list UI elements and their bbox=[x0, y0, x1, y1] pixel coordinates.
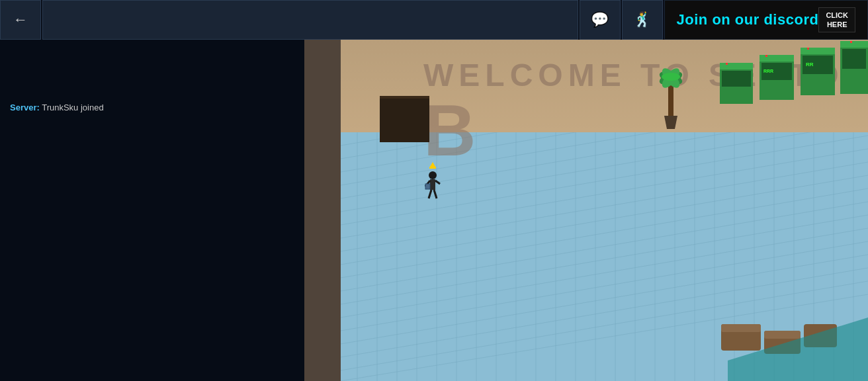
svg-rect-65 bbox=[760, 55, 794, 62]
svg-rect-68 bbox=[765, 55, 767, 57]
discord-banner: Join on our discord CLICKHERE bbox=[664, 0, 868, 40]
svg-rect-87 bbox=[429, 167, 436, 169]
svg-rect-70 bbox=[720, 63, 753, 69]
discord-join-text: Join on our discord bbox=[677, 11, 819, 28]
svg-rect-63 bbox=[807, 48, 809, 50]
server-message: Server: TrunkSku joined bbox=[10, 103, 104, 112]
top-bar: ← 💬 🕺 Join on our discord CLICKHERE bbox=[0, 0, 868, 40]
svg-rect-53 bbox=[380, 96, 429, 99]
svg-text:B: B bbox=[423, 89, 477, 171]
emote-button[interactable]: 🕺 bbox=[622, 0, 663, 40]
svg-text:RRR: RRR bbox=[763, 69, 773, 73]
svg-rect-58 bbox=[850, 41, 852, 43]
svg-rect-57 bbox=[842, 70, 866, 77]
search-input[interactable] bbox=[51, 15, 570, 25]
back-arrow-icon: ← bbox=[13, 11, 28, 28]
svg-rect-72 bbox=[726, 63, 728, 65]
click-here-label: CLICKHERE bbox=[826, 11, 848, 30]
svg-rect-52 bbox=[380, 96, 429, 142]
svg-rect-55 bbox=[840, 41, 868, 48]
svg-text:RR: RR bbox=[806, 62, 814, 67]
svg-point-78 bbox=[662, 73, 680, 81]
svg-rect-89 bbox=[430, 179, 435, 190]
back-button[interactable]: ← bbox=[0, 0, 41, 40]
svg-marker-49 bbox=[304, 40, 341, 381]
chat-button[interactable]: 💬 bbox=[580, 0, 621, 40]
svg-rect-0 bbox=[0, 40, 344, 381]
server-label: Server: bbox=[10, 103, 40, 112]
search-bar-container bbox=[42, 0, 578, 40]
svg-rect-83 bbox=[764, 331, 801, 339]
click-here-button[interactable]: CLICKHERE bbox=[818, 7, 855, 33]
svg-rect-60 bbox=[801, 48, 835, 54]
svg-rect-94 bbox=[425, 184, 430, 189]
svg-point-88 bbox=[429, 171, 437, 179]
emote-icon: 🕺 bbox=[633, 11, 651, 28]
game-area: WELCOME TO SECTOR B RR RRR bbox=[0, 0, 868, 381]
svg-rect-56 bbox=[842, 49, 866, 69]
svg-rect-81 bbox=[721, 324, 761, 332]
server-message-text: TrunkSku joined bbox=[40, 103, 104, 112]
game-canvas: WELCOME TO SECTOR B RR RRR bbox=[0, 0, 868, 381]
chat-icon: 💬 bbox=[591, 11, 609, 28]
svg-rect-71 bbox=[722, 71, 751, 87]
